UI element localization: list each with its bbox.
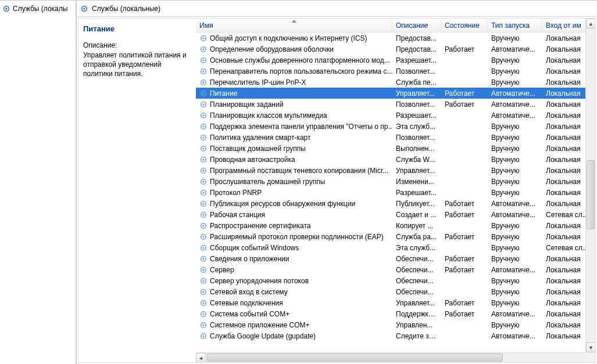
scroll-left-button[interactable]: ◄ (196, 353, 206, 362)
service-name: Перенаправитель портов пользовательского… (210, 67, 392, 75)
service-name: Служба Google Update (gupdate) (210, 332, 316, 340)
cell-desc: Копирует ... (392, 222, 441, 230)
cell-name: Система событий COM+ (196, 310, 392, 318)
cell-name: Расширяемый протокол проверки подлинност… (196, 233, 392, 241)
table-row[interactable]: ПитаниеУправляет...РаботаетАвтоматиче...… (196, 88, 595, 99)
service-icon (199, 244, 208, 252)
svg-point-23 (202, 136, 204, 138)
cell-desc: Позволяет... (392, 67, 441, 75)
detail-desc: Управляет политикой питания и отправкой … (83, 51, 191, 79)
service-name: Поддержка элемента панели управления "От… (210, 122, 392, 131)
scroll-down-button[interactable]: ▼ (586, 343, 595, 352)
cell-desc: Управляет... (392, 167, 441, 175)
cell-name: Служба Google Update (gupdate) (196, 332, 392, 340)
cell-name: Сетевые подключения (196, 299, 392, 307)
cell-name: Сведения о приложении (196, 255, 392, 263)
service-name: Основные службы доверенного платформенно… (210, 56, 390, 64)
col-header-desc[interactable]: Описание (392, 19, 441, 32)
table-row[interactable]: Системное приложение COM+Управлен...Вруч… (196, 319, 595, 330)
table-row[interactable]: Планировщик заданийПозволяет...РаботаетА… (196, 99, 595, 110)
col-header-startup[interactable]: Тип запуска (488, 19, 542, 32)
table-row[interactable]: Политика удаления смарт-картПозволяет...… (196, 132, 595, 143)
cell-desc: Разрешает... (392, 189, 441, 197)
service-name: Сетевые подключения (210, 299, 283, 307)
table-row[interactable]: Рабочая станцияСоздает и ...РаботаетАвто… (196, 209, 595, 220)
cell-state: Работает (441, 100, 488, 109)
col-header-state[interactable]: Состояние (441, 19, 488, 32)
table-row[interactable]: Общий доступ к подключению к Интернету (… (196, 33, 595, 44)
service-icon (199, 34, 208, 42)
table-row[interactable]: Определение оборудования оболочкиПредост… (196, 44, 595, 55)
table-row[interactable]: Протокол PNRPРазрешает...ВручнуюЛокальна… (196, 187, 595, 198)
table-row[interactable]: Планировщик классов мультимедиаРазрешает… (196, 110, 595, 121)
scroll-up-button[interactable]: ▲ (586, 19, 595, 28)
table-row[interactable]: Прослушиватель домашней группыИзменени..… (196, 176, 595, 187)
table-row[interactable]: Служба Google Update (gupdate)Следите за… (196, 330, 595, 341)
table-row[interactable]: Сервер упорядочения потоковОбеспечи...Вр… (196, 275, 595, 286)
table-row[interactable]: Основные службы доверенного платформенно… (196, 55, 595, 66)
cell-desc: Обеспечи... (392, 266, 441, 274)
resize-grip (585, 352, 595, 362)
col-header-name[interactable]: Имя (196, 19, 392, 32)
cell-name: Публикация ресурсов обнаружения функции (196, 200, 392, 208)
cell-name: Проводная автонастройка (196, 156, 392, 164)
table-row[interactable]: Сведения о приложенииОбеспечи...Работает… (196, 253, 595, 264)
cell-desc: Служба ра... (392, 233, 441, 241)
table-row[interactable]: Расширяемый протокол проверки подлинност… (196, 231, 595, 242)
table-row[interactable]: Перенаправитель портов пользовательского… (196, 66, 595, 77)
table-row[interactable]: Поддержка элемента панели управления "От… (196, 121, 595, 132)
table-row[interactable]: Сборщик событий WindowsЭта служб...Вручн… (196, 242, 595, 253)
vscroll-track[interactable] (586, 28, 595, 343)
svg-point-57 (202, 324, 204, 326)
cell-startup: Вручную (488, 122, 542, 131)
cell-state: Работает (441, 299, 488, 307)
hscroll-track[interactable] (206, 353, 585, 362)
service-name: Программный поставщик теневого копирован… (210, 167, 388, 175)
table-row[interactable]: СерверОбеспечи...РаботаетАвтоматиче...Ло… (196, 264, 595, 275)
service-icon (199, 134, 208, 142)
service-icon (199, 332, 208, 340)
cell-startup: Автоматиче... (488, 89, 542, 98)
tree-pane[interactable]: Службы (локалы (0, 1, 77, 364)
cell-desc: Управляет... (392, 89, 441, 98)
table-row[interactable]: Программный поставщик теневого копирован… (196, 165, 595, 176)
service-name: Проводная автонастройка (210, 156, 295, 164)
table-row[interactable]: Проводная автонастройкаСлужба W...Вручну… (196, 154, 595, 165)
service-icon (199, 67, 208, 75)
cell-startup: Вручную (488, 222, 542, 230)
cell-name: Планировщик классов мультимедиа (196, 111, 392, 120)
service-name: Сведения о приложении (210, 255, 289, 263)
service-icon (199, 299, 208, 307)
table-row[interactable]: Система событий COM+Поддержка...Работает… (196, 308, 595, 319)
rows-container: Общий доступ к подключению к Интернету (… (196, 33, 595, 352)
table-row[interactable]: Сетевые подключенияУправляет...РаботаетВ… (196, 297, 595, 308)
table-row[interactable]: Распространение сертификатаКопирует ...В… (196, 220, 595, 231)
cell-startup: Автоматиче... (488, 211, 542, 219)
service-icon (199, 156, 208, 164)
svg-point-13 (202, 81, 204, 83)
cell-name: Сервер (196, 266, 392, 274)
service-icon (199, 211, 208, 219)
service-name: Планировщик классов мультимедиа (210, 111, 327, 120)
hscroll-thumb[interactable] (207, 354, 503, 362)
cell-desc: Служба W... (392, 156, 441, 164)
service-icon (199, 266, 208, 274)
table-row[interactable]: Сетевой вход в системуОбеспечи...Вручную… (196, 286, 595, 297)
cell-name: Общий доступ к подключению к Интернету (… (196, 34, 392, 42)
vertical-scrollbar[interactable]: ▲ ▼ (585, 19, 595, 352)
cell-state: Работает (441, 89, 488, 98)
table-row[interactable]: Поставщик домашней группыВыполнен...Вруч… (196, 143, 595, 154)
table-row[interactable]: Публикация ресурсов обнаружения функцииП… (196, 198, 595, 209)
svg-point-15 (202, 92, 204, 94)
table-row[interactable]: Перечислитель IP-шин PnP-XСлужба пе...Вр… (196, 77, 595, 88)
cell-desc: Позволяет... (392, 100, 441, 109)
svg-point-37 (202, 214, 204, 215)
service-icon (199, 178, 208, 186)
service-icon (199, 145, 208, 153)
svg-point-51 (202, 291, 204, 293)
cell-desc: Позволяет... (392, 134, 441, 142)
cell-startup: Вручную (488, 134, 542, 142)
vscroll-thumb[interactable] (587, 160, 595, 229)
horizontal-scrollbar[interactable]: ◄ ► (196, 352, 595, 362)
tree-root-item[interactable]: Службы (локалы (0, 1, 76, 17)
